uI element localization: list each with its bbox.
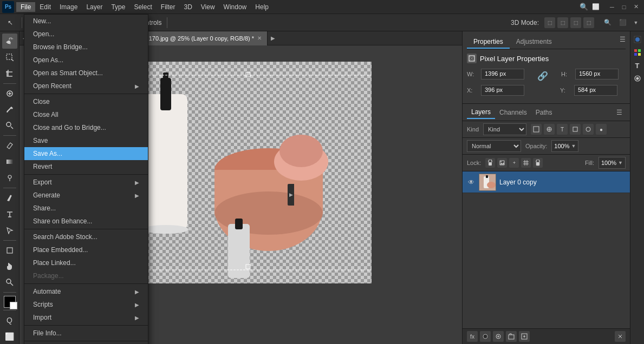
layer-icon-circle[interactable]: ● [596, 124, 607, 135]
layers-tab-paths[interactable]: Paths [531, 107, 557, 118]
layer-icon-type[interactable]: T [557, 124, 568, 135]
layer-fx-icon[interactable]: fx [467, 331, 478, 342]
right-icon-swatches[interactable] [632, 47, 643, 58]
menu-entry-close-all[interactable]: Close All [24, 108, 148, 121]
menu-entry-open-smart[interactable]: Open as Smart Object... [24, 67, 148, 80]
layer-group-icon[interactable] [506, 331, 517, 342]
fill-value[interactable]: 100% ▼ [599, 157, 626, 169]
tool-clone-stamp[interactable] [2, 118, 17, 133]
foreground-color[interactable] [4, 296, 16, 308]
tool-zoom[interactable] [2, 275, 17, 290]
lock-artboard-icon[interactable] [521, 158, 531, 168]
chevron-down-icon[interactable]: ▼ [632, 17, 640, 29]
right-icon-type[interactable]: T [632, 59, 643, 71]
layers-tab-layers[interactable]: Layers [467, 106, 495, 119]
layer-mask-icon[interactable] [480, 331, 491, 342]
menu-entry-new[interactable]: New... [24, 15, 148, 28]
w-value[interactable]: 1396 px [481, 69, 524, 80]
tool-hand[interactable] [2, 259, 17, 274]
menu-entry-save-as[interactable]: Save As... [24, 147, 148, 160]
menu-entry-import[interactable]: Import ▶ [24, 311, 148, 324]
tool-pen[interactable] [2, 190, 17, 206]
menu-window[interactable]: Window [219, 2, 251, 12]
tool-shape[interactable] [2, 243, 17, 258]
kind-select[interactable]: Kind [483, 123, 526, 135]
layer-icon-smart[interactable] [583, 124, 594, 135]
layer-delete-icon[interactable] [615, 331, 626, 342]
tab-adjustments[interactable]: Adjustments [510, 36, 558, 49]
lock-position-icon[interactable]: + [509, 158, 519, 168]
tool-dodge[interactable] [2, 170, 17, 186]
menu-entry-scripts[interactable]: Scripts ▶ [24, 298, 148, 311]
layer-item-0[interactable]: 👁 Layer 0 copy [463, 171, 630, 193]
menu-3d[interactable]: 3D [179, 2, 196, 12]
right-icon-properties[interactable] [632, 72, 643, 84]
menu-entry-open-as[interactable]: Open As... [24, 54, 148, 67]
layers-panel-menu[interactable]: ☰ [613, 109, 626, 116]
right-icon-color[interactable] [632, 34, 643, 45]
menu-entry-revert[interactable]: Revert [24, 160, 148, 173]
menu-entry-place-embedded[interactable]: Place Embedded... [24, 243, 148, 256]
menu-entry-share-behance[interactable]: Share on Behance... [24, 215, 148, 228]
tool-gradient[interactable] [2, 154, 17, 169]
h-value[interactable]: 1560 px [575, 69, 619, 80]
menu-edit[interactable]: Edit [35, 2, 55, 12]
maximize-button[interactable]: □ [618, 1, 630, 13]
menu-entry-open-recent[interactable]: Open Recent ▶ [24, 80, 148, 92]
tool-eraser[interactable] [2, 138, 17, 153]
arrange-icon[interactable]: ⬜ [590, 1, 602, 13]
tab-properties[interactable]: Properties [467, 36, 510, 49]
menu-entry-file-info[interactable]: File Info... [24, 327, 148, 340]
menu-file[interactable]: File [16, 2, 35, 12]
menu-layer[interactable]: Layer [82, 2, 107, 12]
menu-entry-export[interactable]: Export ▶ [24, 176, 148, 189]
tool-path-select[interactable] [2, 223, 17, 238]
tab-arrow-right[interactable]: ▶ [268, 35, 278, 41]
menu-entry-automate[interactable]: Automate ▶ [24, 285, 148, 298]
menu-filter[interactable]: Filter [157, 2, 180, 12]
menu-help[interactable]: Help [251, 2, 273, 12]
layer-adjustment-icon[interactable] [493, 331, 504, 342]
tool-brush[interactable] [2, 102, 17, 117]
layer-eye-0[interactable]: 👁 [467, 178, 476, 187]
menu-image[interactable]: Image [55, 2, 82, 12]
3d-icon-1[interactable]: ⬚ [544, 17, 555, 28]
menu-type[interactable]: Type [107, 2, 129, 12]
tool-type[interactable] [2, 207, 17, 222]
tool-selection[interactable] [2, 50, 17, 65]
layer-icon-pixel[interactable] [531, 124, 542, 135]
3d-icon-2[interactable]: ⬚ [557, 17, 568, 28]
minimize-button[interactable]: ─ [606, 1, 618, 13]
link-icon[interactable]: 🔗 [535, 71, 550, 81]
layer-icon-adjust[interactable] [544, 124, 555, 135]
menu-entry-generate[interactable]: Generate ▶ [24, 189, 148, 202]
lock-transparency-icon[interactable] [485, 158, 495, 168]
x-value[interactable]: 396 px [481, 85, 524, 96]
search-icon[interactable]: 🔍 [578, 1, 590, 13]
layout-icon[interactable]: ⬛ [617, 17, 629, 29]
move-tool-icon[interactable]: ↖ [4, 17, 16, 29]
menu-entry-share[interactable]: Share... [24, 202, 148, 215]
layer-icon-shape[interactable] [570, 124, 581, 135]
tab-2-close[interactable]: ✕ [257, 35, 262, 41]
menu-entry-browse-bridge[interactable]: Browse in Bridge... [24, 41, 148, 54]
search-toolbar-icon[interactable]: 🔍 [602, 17, 614, 29]
menu-view[interactable]: View [197, 2, 219, 12]
menu-entry-search-stock[interactable]: Search Adobe Stock... [24, 230, 148, 243]
menu-entry-close[interactable]: Close [24, 95, 148, 108]
layer-new-icon[interactable] [519, 331, 530, 342]
opacity-value[interactable]: 100% ▼ [551, 140, 578, 152]
menu-entry-package[interactable]: Package... [24, 269, 148, 282]
blend-mode-select[interactable]: Normal [467, 140, 521, 152]
y-value[interactable]: 584 px [574, 85, 617, 96]
tool-move[interactable] [2, 34, 17, 49]
menu-entry-close-go-bridge[interactable]: Close and Go to Bridge... [24, 121, 148, 134]
panel-collapse-right[interactable]: ▶ [288, 184, 294, 206]
tool-spot-heal[interactable] [2, 86, 17, 101]
3d-icon-3[interactable]: ⬚ [570, 17, 581, 28]
screen-mode-icon[interactable]: ⬜ [2, 329, 17, 344]
tool-crop[interactable] [2, 66, 17, 81]
panel-menu-icon[interactable]: ☰ [620, 36, 626, 49]
lock-image-icon[interactable] [497, 158, 507, 168]
lock-all-icon[interactable] [533, 158, 543, 168]
